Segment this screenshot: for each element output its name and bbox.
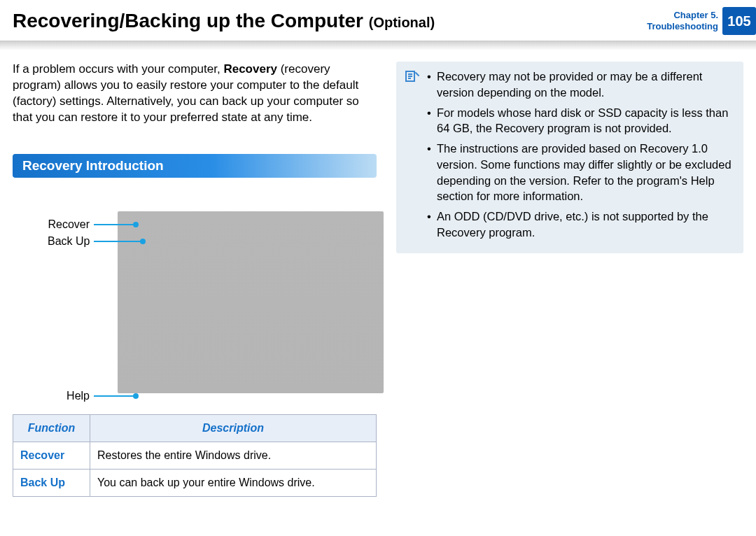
recovery-diagram: Recover Back Up Help: [13, 197, 377, 407]
table-row: Recover Restores the entire Windows driv…: [13, 442, 377, 469]
callout-help-label: Help: [62, 390, 90, 402]
cell-function: Recover: [13, 442, 90, 469]
callout-backup: Back Up: [48, 235, 143, 248]
page-number-badge: 105: [722, 7, 756, 35]
callout-line-icon: [94, 395, 136, 397]
content-columns: If a problem occurs with your computer, …: [0, 50, 756, 497]
note-item: Recovery may not be provided or may be a…: [427, 69, 734, 101]
callout-line-icon: [94, 241, 143, 242]
note-icon: [403, 69, 420, 85]
cell-function: Back Up: [13, 469, 90, 496]
intro-text-a: If a problem occurs with your computer,: [13, 62, 223, 76]
callout-backup-label: Back Up: [48, 235, 90, 248]
page-header: Recovering/Backing up the Computer (Opti…: [0, 0, 756, 36]
page-title: Recovering/Backing up the Computer (Opti…: [13, 10, 435, 32]
note-item: An ODD (CD/DVD drive, etc.) is not suppo…: [427, 209, 734, 241]
title-suffix: (Optional): [369, 15, 435, 30]
th-description: Description: [90, 414, 377, 442]
note-item: For models whose hard disk or SSD capaci…: [427, 105, 734, 137]
th-function: Function: [13, 414, 90, 442]
screenshot-placeholder: [118, 211, 384, 393]
right-column: Recovery may not be provided or may be a…: [396, 62, 743, 497]
intro-paragraph: If a problem occurs with your computer, …: [13, 62, 377, 126]
chapter-label: Chapter 5. Troubleshooting: [647, 10, 722, 33]
intro-text-bold: Recovery: [223, 62, 277, 76]
callout-recover-label: Recover: [48, 218, 90, 231]
cell-description: Restores the entire Windows drive.: [90, 442, 377, 469]
callout-line-icon: [94, 224, 136, 225]
cell-description: You can back up your entire Windows driv…: [90, 469, 377, 496]
section-header-recovery-intro: Recovery Introduction: [13, 154, 377, 178]
header-right: Chapter 5. Troubleshooting 105: [647, 7, 756, 35]
chapter-line2: Troubleshooting: [647, 21, 718, 32]
callout-help: Help: [62, 390, 136, 402]
table-row: Back Up You can back up your entire Wind…: [13, 469, 377, 496]
callout-recover: Recover: [48, 218, 136, 231]
function-table: Function Description Recover Restores th…: [13, 414, 377, 497]
table-header-row: Function Description: [13, 414, 377, 442]
note-item: The instructions are provided based on R…: [427, 141, 734, 204]
note-box: Recovery may not be provided or may be a…: [396, 62, 743, 253]
header-divider: [0, 41, 756, 50]
left-column: If a problem occurs with your computer, …: [13, 62, 377, 497]
note-list: Recovery may not be provided or may be a…: [427, 69, 734, 241]
title-main: Recovering/Backing up the Computer: [13, 10, 363, 31]
chapter-line1: Chapter 5.: [647, 10, 718, 21]
